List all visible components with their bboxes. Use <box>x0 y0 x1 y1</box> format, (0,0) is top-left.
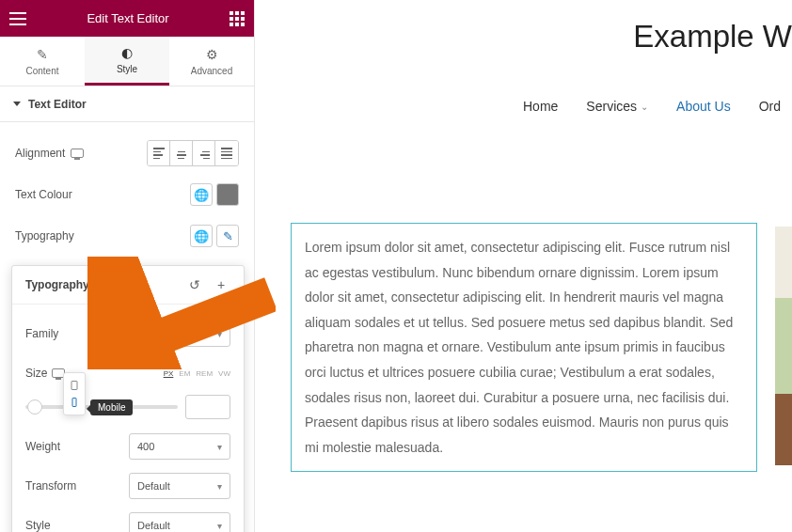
row-alignment: Alignment <box>15 135 239 171</box>
device-mobile[interactable] <box>64 394 85 411</box>
weight-dropdown[interactable]: 400 <box>129 433 230 460</box>
tab-advanced[interactable]: ⚙ Advanced <box>169 37 254 86</box>
style-dropdown[interactable]: Default <box>129 512 230 532</box>
unit-px[interactable]: PX <box>164 369 174 378</box>
typography-popover: Typography ↺ + Family Size PX EM REM VW <box>11 265 245 532</box>
contrast-icon: ◐ <box>121 45 133 60</box>
header-title: Edit Text Editor <box>87 11 168 25</box>
row-text-colour: Text Colour 🌐 <box>15 177 239 212</box>
edit-typography-button[interactable]: ✎ <box>216 225 239 247</box>
panel-body: Alignment Text Colour 🌐 Typography 🌐 ✎ <box>0 122 254 273</box>
unit-em[interactable]: EM <box>179 369 190 378</box>
row-style: Style Default <box>25 508 230 532</box>
device-switcher-menu <box>63 372 86 415</box>
row-weight: Weight 400 <box>25 429 230 464</box>
gear-icon: ⚙ <box>206 47 218 62</box>
apps-icon[interactable] <box>230 11 245 26</box>
row-family: Family <box>25 316 230 352</box>
align-right-button[interactable] <box>193 141 215 165</box>
alignment-buttons <box>147 140 239 166</box>
size-units: PX EM REM VW <box>164 369 230 378</box>
nav-services[interactable]: Services ⌄ <box>586 99 648 114</box>
menu-icon[interactable] <box>9 12 26 25</box>
color-swatch[interactable] <box>216 183 239 206</box>
unit-rem[interactable]: REM <box>196 369 213 378</box>
text-editor-widget[interactable]: Lorem ipsum dolor sit amet, consectetur … <box>291 223 757 472</box>
nav-order[interactable]: Ord <box>759 99 781 114</box>
tooltip-mobile: Mobile <box>90 399 133 415</box>
sidebar-header: Edit Text Editor <box>0 0 254 37</box>
svg-rect-1 <box>72 399 76 407</box>
align-center-button[interactable] <box>170 141 193 165</box>
nav-home[interactable]: Home <box>523 99 558 114</box>
row-typography: Typography 🌐 ✎ <box>15 218 239 254</box>
device-tablet[interactable] <box>64 377 85 394</box>
site-nav: Home Services ⌄ About Us Ord <box>523 99 781 114</box>
chevron-down-icon: ⌄ <box>641 102 648 112</box>
panel-tabs: ✎ Content ◐ Style ⚙ Advanced <box>0 37 254 86</box>
globe-icon[interactable]: 🌐 <box>190 183 213 206</box>
align-justify-button[interactable] <box>215 141 238 165</box>
tab-content[interactable]: ✎ Content <box>0 37 85 86</box>
add-button[interactable]: + <box>212 275 230 294</box>
globe-icon[interactable]: 🌐 <box>190 225 213 247</box>
unit-vw[interactable]: VW <box>218 369 230 378</box>
sidebar-image-widget <box>775 227 792 465</box>
row-transform: Transform Default <box>25 468 230 504</box>
nav-about[interactable]: About Us <box>676 99 731 114</box>
reset-button[interactable]: ↺ <box>185 275 204 294</box>
size-input[interactable] <box>185 395 230 419</box>
preview-area: Example W Home Services ⌄ About Us Ord L… <box>275 0 792 532</box>
desktop-icon[interactable] <box>71 149 84 158</box>
slider-thumb[interactable] <box>27 399 42 415</box>
align-left-button[interactable] <box>148 141 170 165</box>
pencil-icon: ✎ <box>37 47 48 62</box>
svg-rect-0 <box>71 382 77 390</box>
caret-down-icon <box>13 102 21 106</box>
section-text-editor[interactable]: Text Editor <box>0 86 254 122</box>
tab-style[interactable]: ◐ Style <box>85 37 169 86</box>
row-size: Size PX EM REM VW <box>25 355 230 391</box>
family-dropdown[interactable] <box>129 321 230 347</box>
popover-header: Typography ↺ + <box>12 266 244 305</box>
site-title: Example W <box>633 19 792 55</box>
transform-dropdown[interactable]: Default <box>129 473 230 499</box>
